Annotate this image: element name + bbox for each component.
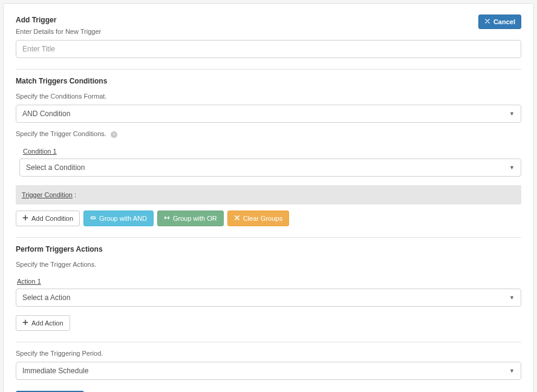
chevron-down-icon: ▼ bbox=[509, 165, 515, 171]
condition-select[interactable]: Select a Condition ▼ bbox=[19, 158, 521, 177]
page-title: Add Trigger bbox=[16, 16, 521, 24]
cancel-label: Cancel bbox=[493, 18, 515, 25]
add-action-button[interactable]: Add Action bbox=[16, 315, 70, 331]
plus-icon bbox=[22, 215, 28, 222]
action-value: Select a Action bbox=[22, 293, 70, 302]
actions-heading: Perform Triggers Actions bbox=[16, 245, 521, 253]
add-trigger-panel: Cancel Add Trigger Enter Details for New… bbox=[3, 3, 534, 392]
header-section: Add Trigger Enter Details for New Trigge… bbox=[16, 16, 521, 70]
format-label: Specify the Conditions Format. bbox=[16, 93, 521, 100]
condition-format-select[interactable]: AND Condition ▼ bbox=[16, 105, 521, 123]
link-icon bbox=[90, 215, 96, 222]
add-condition-label: Add Condition bbox=[31, 215, 73, 222]
group-or-button[interactable]: Group with OR bbox=[157, 211, 224, 226]
specify-actions-label: Specify the Trigger Actions. bbox=[16, 261, 521, 268]
cancel-button[interactable]: Cancel bbox=[478, 15, 521, 29]
match-heading: Match Triggers Conditions bbox=[16, 77, 521, 85]
condition-value: Select a Condition bbox=[26, 163, 85, 172]
period-label: Specify the Triggering Period. bbox=[16, 350, 521, 357]
close-icon bbox=[484, 18, 490, 25]
conditions-list: Condition 1 Select a Condition ▼ bbox=[16, 143, 521, 177]
add-condition-button[interactable]: Add Condition bbox=[16, 211, 80, 226]
arrows-icon bbox=[164, 215, 170, 222]
action-label: Action 1 bbox=[17, 278, 41, 285]
chevron-down-icon: ▼ bbox=[509, 295, 515, 301]
perform-actions-section: Perform Triggers Actions Specify the Tri… bbox=[16, 245, 521, 342]
clear-groups-label: Clear Groups bbox=[243, 215, 282, 222]
group-and-label: Group with AND bbox=[99, 215, 147, 222]
close-icon bbox=[234, 215, 240, 222]
clear-groups-button[interactable]: Clear Groups bbox=[227, 211, 289, 226]
condition-label: Condition 1 bbox=[23, 148, 57, 155]
action-select[interactable]: Select a Action ▼ bbox=[16, 289, 521, 307]
plus-icon bbox=[22, 319, 28, 327]
triggering-period-section: Specify the Triggering Period. Immediate… bbox=[16, 350, 521, 392]
page-subtitle: Enter Details for New Trigger bbox=[16, 28, 521, 35]
trigger-condition-bar: Trigger Condition : bbox=[16, 185, 521, 204]
help-icon[interactable]: ? bbox=[111, 131, 117, 138]
condition-format-value: AND Condition bbox=[22, 109, 70, 118]
chevron-down-icon: ▼ bbox=[509, 111, 515, 117]
condition-buttons-row: Add Condition Group with AND Group with … bbox=[16, 211, 521, 226]
trigger-title-input[interactable] bbox=[16, 40, 521, 58]
period-select[interactable]: Immediate Schedule ▼ bbox=[16, 362, 521, 380]
chevron-down-icon: ▼ bbox=[509, 368, 515, 374]
trigger-condition-label: Trigger Condition bbox=[22, 191, 73, 198]
period-value: Immediate Schedule bbox=[22, 367, 88, 375]
conditions-label: Specify the Trigger Conditions. ? bbox=[16, 130, 521, 138]
group-and-button[interactable]: Group with AND bbox=[83, 211, 154, 226]
add-action-label: Add Action bbox=[31, 319, 63, 327]
group-or-label: Group with OR bbox=[173, 215, 217, 222]
match-conditions-section: Match Triggers Conditions Specify the Co… bbox=[16, 77, 521, 238]
